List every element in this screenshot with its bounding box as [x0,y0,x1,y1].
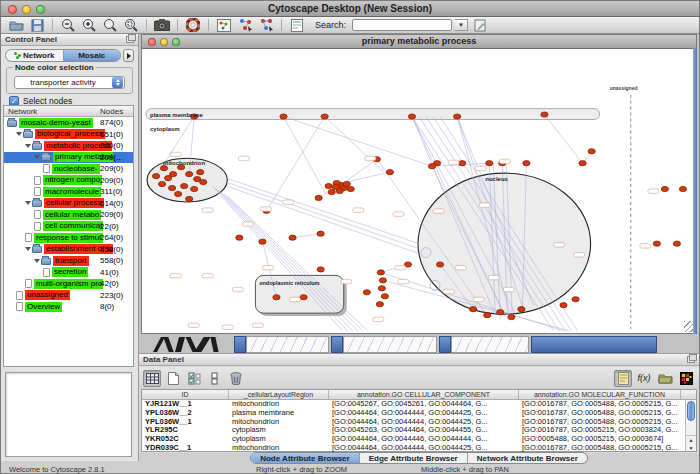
table-cell[interactable]: [GO:0016787, GO:0005488, GO:0005215, G..… [519,400,681,409]
network-node[interactable] [454,114,461,119]
background-window-preview[interactable] [246,336,329,353]
network-node[interactable] [459,161,466,166]
overview-icon[interactable] [215,18,233,33]
heatmap-icon[interactable] [677,370,695,387]
network-node[interactable] [317,231,324,236]
tab-node-attribute-browser[interactable]: Node Attribute Browser [251,453,360,463]
tree-row[interactable]: mosaic-demo-yeast874(0) [4,117,133,129]
network-node[interactable] [259,239,266,244]
zoom-in-icon[interactable] [80,18,98,33]
table-cell[interactable]: [GO:0005488, GO:0005215, GO:0003674] [519,435,681,444]
table-cell[interactable]: YJR121W__1 [142,400,229,409]
new-attribute-icon[interactable] [164,370,182,387]
network-node[interactable] [273,295,280,300]
network-node[interactable] [181,183,188,188]
table-cell[interactable]: YKR052C [142,435,229,444]
network-node[interactable] [332,184,339,189]
color-attribute-select[interactable]: transporter activity [14,76,125,89]
network-node[interactable] [280,114,287,119]
data-panel-titlebar[interactable]: Data Panel [139,354,699,366]
zoom-selected-icon[interactable] [122,18,140,33]
tree-row[interactable]: macromolecule311(0) [4,186,133,198]
tree-row[interactable]: multi-organism pro42(0) [4,278,133,290]
table-row[interactable]: YPL036W__1mitochondrion[GO:0044464, GO:0… [142,418,696,427]
network-node[interactable] [379,278,386,283]
network-node[interactable] [436,262,443,267]
import-attributes-icon[interactable] [656,370,674,387]
tab-network-attribute-browser[interactable]: Network Attribute Browser [468,453,587,463]
network-node[interactable] [484,313,491,318]
tree-row[interactable]: unassigned223(0) [4,290,133,302]
network-node[interactable] [200,179,207,184]
tree-row[interactable]: Overview8(0) [4,301,133,313]
tree-row[interactable]: secretion41(0) [4,267,133,279]
table-row[interactable]: YPL036W__2plasma membrane[GO:0044464, GO… [142,409,696,418]
network-node[interactable] [328,189,335,194]
network-node[interactable] [518,307,525,312]
background-windows-strip[interactable] [139,336,699,353]
tree-row[interactable]: response to stimul264(0) [4,232,133,244]
float-panel-icon[interactable] [126,36,134,43]
expand-arrow-icon[interactable] [34,259,40,263]
network-node[interactable] [588,149,595,154]
expand-arrow-icon[interactable] [25,201,31,205]
tree-row[interactable]: primary metabol209(... [4,152,133,164]
tree-row[interactable]: cellular process614(0) [4,198,133,210]
expand-arrow-icon[interactable] [25,247,31,251]
table-cell[interactable]: plasma membrane [229,409,329,418]
annotation-icon[interactable] [288,18,306,33]
network-node[interactable] [673,241,680,246]
expand-arrow-icon[interactable] [16,132,22,136]
scroll-up-icon[interactable]: ▲ [686,436,696,444]
background-window-preview[interactable] [343,336,437,353]
network-node[interactable] [186,172,193,177]
table-cell[interactable]: [GO:0016787, GO:0005215, GO:0003824, G..… [519,426,681,435]
table-scrollbar[interactable]: ▲ ▼ [685,400,696,451]
network-window-titlebar[interactable]: primary metabolic process [142,35,696,49]
background-window-titlebar[interactable] [234,336,246,353]
expand-arrow-icon[interactable] [25,144,31,148]
network-node[interactable] [158,181,165,186]
float-panel-icon[interactable] [687,356,695,363]
delete-attribute-icon[interactable] [227,370,245,387]
table-cell[interactable]: mitochondrion [229,418,329,427]
table-cell[interactable]: cytoplasm [229,435,329,444]
table-cell[interactable]: [GO:0044464, GO:0044444, GO:0044425, G..… [329,418,519,427]
tab-mosaic[interactable]: Mosaic [64,50,121,61]
tab-overflow-button[interactable] [123,49,134,62]
table-cell[interactable]: [GO:0016787, GO:0005488, GO:0005215, G..… [519,418,681,427]
scrollbar-thumb[interactable] [687,401,695,421]
network-node[interactable] [300,295,307,300]
network-node[interactable] [661,186,668,191]
network-node[interactable] [541,112,548,117]
tab-network[interactable]: Network [6,50,64,61]
table-cell[interactable]: cytoplasm [229,426,329,435]
network-node[interactable] [486,161,493,166]
window-titlebar[interactable]: Cytoscape Desktop (New Session) [1,1,699,17]
network-node[interactable] [317,267,324,272]
select-attributes-icon[interactable] [185,370,203,387]
network-node[interactable] [508,315,515,320]
table-row[interactable]: YKR052Ccytoplasm[GO:0044464, GO:0044446,… [142,435,696,444]
network-node[interactable] [325,183,332,188]
column-header[interactable]: _cellularLayoutRegion [229,390,329,399]
table-row[interactable]: YLR295Ccytoplasm[GO:0045263, GO:0044464,… [142,426,696,435]
table-cell[interactable]: mitochondrion [229,400,329,409]
table-cell[interactable]: YLR295C [142,426,229,435]
tree-row[interactable]: nucleobase-209(0) [4,163,133,175]
network-node[interactable] [197,170,204,175]
attribute-table-icon[interactable] [143,370,161,387]
table-cell[interactable]: YPL036W__2 [142,409,229,418]
tab-edge-attribute-browser[interactable]: Edge Attribute Browser [360,453,468,463]
search-dropdown-icon[interactable]: ▼ [455,19,468,31]
expand-arrow-icon[interactable] [34,155,40,159]
background-window-titlebar[interactable] [531,336,657,353]
formula-builder-icon[interactable] [614,370,632,387]
network-node[interactable] [653,241,660,246]
table-row[interactable]: YJR121W__1mitochondrion[GO:0045267, GO:0… [142,400,696,409]
search-input[interactable] [352,19,452,31]
network-node[interactable] [321,114,328,119]
control-panel-titlebar[interactable]: Control Panel [1,34,138,46]
tree-header[interactable]: Network Nodes [4,106,133,117]
tree-row[interactable]: nitrogen compo209(0) [4,175,133,187]
